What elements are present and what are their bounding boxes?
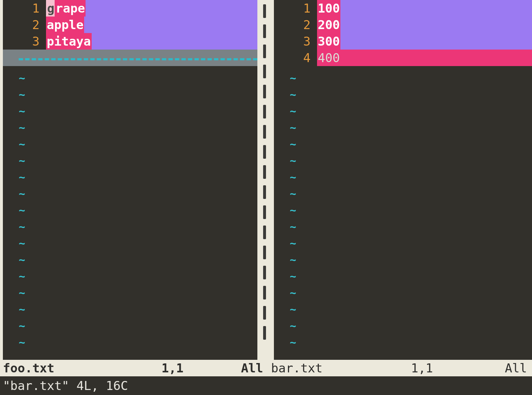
- split-dash: [263, 246, 266, 259]
- left-scroll-pct: All: [241, 361, 263, 375]
- empty-line-tilde: ~: [3, 152, 257, 169]
- buffer-line[interactable]: 3300: [274, 33, 532, 50]
- buffer-line[interactable]: 3pitaya: [3, 33, 257, 50]
- empty-line-tilde: ~: [274, 169, 532, 185]
- right-filename: bar.txt: [271, 361, 322, 375]
- split-panes: 1grape2apple3pitaya ~~~~~~~~~~~~~~~~~ 11…: [0, 0, 532, 360]
- line-content[interactable]: 100: [317, 0, 532, 17]
- empty-line-tilde: ~: [3, 103, 257, 119]
- empty-line-tilde: ~: [3, 202, 257, 218]
- empty-line-tilde: ~: [3, 301, 257, 317]
- line-content[interactable]: grape: [46, 0, 257, 17]
- split-dash: [263, 165, 266, 179]
- line-number: 4: [274, 51, 317, 65]
- split-dash: [263, 306, 266, 320]
- line-number: 1: [3, 1, 46, 15]
- split-dash: [263, 4, 266, 18]
- diff-deleted-filler: [3, 50, 257, 66]
- diff-text: pitaya: [46, 33, 92, 50]
- empty-line-tilde: ~: [3, 70, 257, 86]
- line-number: 3: [274, 34, 317, 48]
- left-cursor-pos: 1,1: [161, 361, 183, 375]
- command-line[interactable]: "bar.txt" 4L, 16C: [0, 376, 532, 395]
- empty-line-tilde: ~: [274, 268, 532, 284]
- empty-line-tilde: ~: [274, 218, 532, 235]
- split-dash: [263, 185, 266, 199]
- diff-text: 100: [317, 0, 340, 17]
- line-content[interactable]: pitaya: [46, 33, 257, 50]
- empty-line-tilde: ~: [274, 185, 532, 202]
- right-pane[interactable]: 1100220033004400 ~~~~~~~~~~~~~~~~~: [272, 0, 532, 360]
- buffer-line[interactable]: 1grape: [3, 0, 257, 17]
- empty-line-tilde: ~: [3, 119, 257, 136]
- split-dash: [263, 125, 266, 139]
- split-dash: [263, 105, 266, 118]
- diff-text: 400: [317, 50, 340, 66]
- split-dash: [263, 45, 266, 58]
- right-status-bar: bar.txt 1,1 All: [268, 360, 532, 376]
- buffer-line[interactable]: 4400: [274, 50, 532, 66]
- buffer-line[interactable]: 2apple: [3, 17, 257, 33]
- line-number: 2: [3, 18, 46, 32]
- diff-text: rape: [55, 0, 86, 17]
- cursor: g: [46, 0, 55, 17]
- vim-diff-editor: 1grape2apple3pitaya ~~~~~~~~~~~~~~~~~ 11…: [0, 0, 532, 395]
- empty-line-tilde: ~: [274, 202, 532, 218]
- buffer-line[interactable]: 2200: [274, 17, 532, 33]
- split-dash: [263, 205, 266, 219]
- split-dash: [263, 226, 266, 239]
- left-pane[interactable]: 1grape2apple3pitaya ~~~~~~~~~~~~~~~~~: [0, 0, 257, 360]
- empty-line-tilde: ~: [274, 284, 532, 301]
- empty-line-tilde: ~: [3, 235, 257, 251]
- split-dash: [263, 65, 266, 78]
- right-buffer[interactable]: 1100220033004400 ~~~~~~~~~~~~~~~~~: [274, 0, 532, 360]
- empty-line-tilde: ~: [3, 185, 257, 202]
- line-number: 2: [274, 18, 317, 32]
- empty-line-tilde: ~: [274, 334, 532, 350]
- empty-line-tilde: ~: [3, 251, 257, 268]
- empty-line-tilde: ~: [3, 334, 257, 350]
- empty-line-tilde: ~: [3, 218, 257, 235]
- line-content[interactable]: apple: [46, 17, 257, 33]
- empty-line-tilde: ~: [3, 268, 257, 284]
- empty-line-tilde: ~: [274, 317, 532, 334]
- split-dash: [263, 266, 266, 279]
- line-content[interactable]: 400: [317, 50, 532, 66]
- line-number: 3: [3, 34, 46, 48]
- empty-line-tilde: ~: [274, 251, 532, 268]
- split-dash: [263, 24, 266, 38]
- split-dash: [263, 286, 266, 299]
- empty-line-tilde: ~: [3, 284, 257, 301]
- line-content[interactable]: 300: [317, 33, 532, 50]
- empty-line-tilde: ~: [274, 119, 532, 136]
- empty-line-tilde: ~: [274, 301, 532, 317]
- empty-line-tilde: ~: [274, 70, 532, 86]
- empty-line-tilde: ~: [274, 86, 532, 103]
- empty-line-tilde: ~: [274, 103, 532, 119]
- right-scroll-pct: All: [505, 361, 527, 375]
- line-number: 1: [274, 1, 317, 15]
- split-dash: [263, 326, 266, 340]
- left-filename: foo.txt: [3, 361, 54, 375]
- left-status-bar: foo.txt 1,1 All: [0, 360, 268, 376]
- right-cursor-pos: 1,1: [411, 361, 433, 375]
- left-buffer[interactable]: 1grape2apple3pitaya ~~~~~~~~~~~~~~~~~: [3, 0, 257, 360]
- empty-line-tilde: ~: [274, 152, 532, 169]
- empty-line-tilde: ~: [3, 136, 257, 152]
- diff-text: 200: [317, 17, 340, 33]
- vertical-split-bar[interactable]: [257, 0, 272, 360]
- empty-line-tilde: ~: [3, 86, 257, 103]
- empty-line-tilde: ~: [3, 317, 257, 334]
- empty-line-tilde: ~: [274, 235, 532, 251]
- command-line-text: "bar.txt" 4L, 16C: [3, 378, 128, 393]
- line-content[interactable]: 200: [317, 17, 532, 33]
- empty-line-tilde: ~: [3, 169, 257, 185]
- split-dash: [263, 145, 266, 159]
- diff-text: apple: [46, 17, 84, 33]
- diff-text: 300: [317, 33, 340, 50]
- status-bars: foo.txt 1,1 All bar.txt 1,1 All: [0, 360, 532, 376]
- buffer-line[interactable]: 1100: [274, 0, 532, 17]
- split-dash: [263, 85, 266, 98]
- empty-line-tilde: ~: [274, 136, 532, 152]
